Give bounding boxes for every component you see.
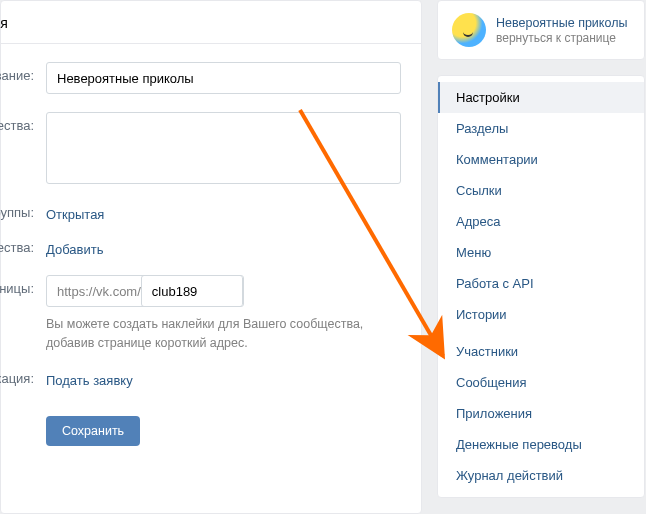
type-link[interactable]: Открытая	[46, 205, 104, 222]
settings-nav: НастройкиРазделыКомментарииСсылкиАдресаМ…	[437, 75, 645, 498]
subject-label: цества:	[0, 240, 46, 255]
avatar	[452, 13, 486, 47]
group-card[interactable]: Невероятные приколы вернуться к странице	[437, 0, 645, 60]
nav-item-5[interactable]: Меню	[438, 237, 644, 268]
name-input[interactable]	[46, 62, 401, 94]
verify-link[interactable]: Подать заявку	[46, 371, 133, 388]
nav-item-1[interactable]: Разделы	[438, 113, 644, 144]
url-prefix: https://vk.com/	[47, 284, 141, 299]
nav-item-2[interactable]: Комментарии	[438, 144, 644, 175]
nav-item-7[interactable]: Истории	[438, 299, 644, 330]
save-button[interactable]: Сохранить	[46, 416, 140, 446]
url-field[interactable]: https://vk.com/	[46, 275, 244, 307]
desc-label: цества:	[0, 112, 46, 133]
nav-item-6[interactable]: Работа с API	[438, 268, 644, 299]
nav-item-8[interactable]: Участники	[438, 336, 644, 367]
page-title: мация	[0, 1, 421, 44]
nav-item-12[interactable]: Журнал действий	[438, 460, 644, 491]
nav-item-11[interactable]: Денежные переводы	[438, 429, 644, 460]
desc-textarea[interactable]	[46, 112, 401, 184]
verify-label: кация:	[0, 371, 46, 386]
group-name: Невероятные приколы	[496, 15, 627, 31]
type-label: руппы:	[0, 205, 46, 220]
nav-item-10[interactable]: Приложения	[438, 398, 644, 429]
subject-add-link[interactable]: Добавить	[46, 240, 103, 257]
nav-item-0[interactable]: Настройки	[438, 82, 644, 113]
back-link[interactable]: вернуться к странице	[496, 31, 627, 45]
address-label: аницы:	[0, 275, 46, 296]
address-hint: Вы можете создать наклейки для Вашего со…	[46, 315, 401, 353]
url-input[interactable]	[141, 275, 243, 307]
name-label: вание:	[0, 62, 46, 83]
nav-item-9[interactable]: Сообщения	[438, 367, 644, 398]
nav-item-4[interactable]: Адреса	[438, 206, 644, 237]
nav-item-3[interactable]: Ссылки	[438, 175, 644, 206]
